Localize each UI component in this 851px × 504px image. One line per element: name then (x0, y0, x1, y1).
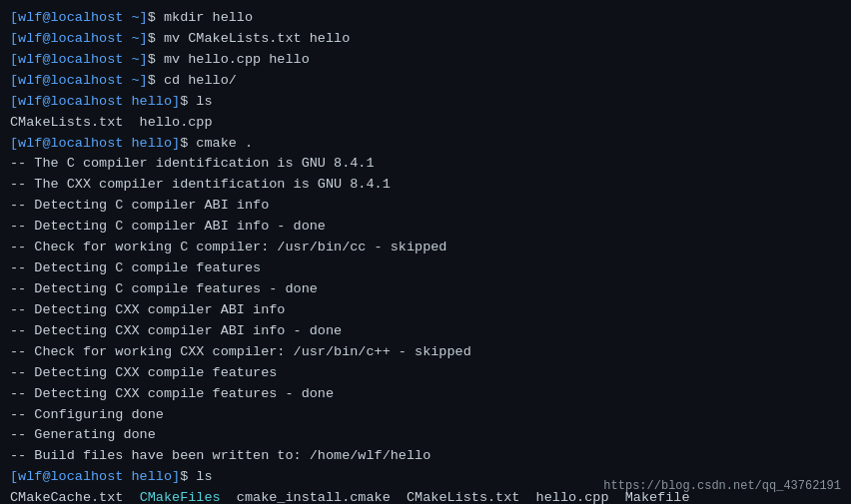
cmake-output-line: -- Detecting C compiler ABI info (10, 196, 841, 217)
cmake-output-line: -- Detecting C compile features (10, 258, 841, 279)
cmake-output-line: -- The CXX compiler identification is GN… (10, 175, 841, 196)
terminal-line: [wlf@localhost hello]$ cmake . (10, 134, 841, 155)
cmake-output-line: -- Detecting CXX compiler ABI info - don… (10, 321, 841, 342)
cmake-output-line: -- Configuring done (10, 405, 841, 426)
cmake-output-line: -- Check for working C compiler: /usr/bi… (10, 238, 841, 258)
cmake-output-line: -- The C compiler identification is GNU … (10, 154, 841, 175)
cmake-output-line: -- Generating done (10, 425, 841, 446)
terminal-line: [wlf@localhost ~]$ mkdir hello (10, 8, 841, 29)
cmake-output-line: -- Check for working CXX compiler: /usr/… (10, 342, 841, 363)
terminal-line: [wlf@localhost ~]$ cd hello/ (10, 71, 841, 92)
cmake-output-line: -- Build files have been written to: /ho… (10, 446, 841, 467)
cmake-output-line: -- Detecting C compile features - done (10, 279, 841, 300)
watermark: https://blog.csdn.net/qq_43762191 (603, 477, 841, 496)
cmake-output-line: -- Detecting CXX compiler ABI info (10, 300, 841, 321)
cmake-output-line: -- Detecting CXX compile features - done (10, 384, 841, 405)
cmake-output-line: -- Detecting C compiler ABI info - done (10, 217, 841, 238)
terminal-line: [wlf@localhost ~]$ mv hello.cpp hello (10, 50, 841, 71)
terminal-output-line: CMakeLists.txt hello.cpp (10, 113, 841, 134)
terminal-window: [wlf@localhost ~]$ mkdir hello [wlf@loca… (0, 0, 851, 504)
terminal-line: [wlf@localhost hello]$ ls (10, 92, 841, 113)
cmake-output-line: -- Detecting CXX compile features (10, 363, 841, 384)
terminal-line: [wlf@localhost ~]$ mv CMakeLists.txt hel… (10, 29, 841, 50)
